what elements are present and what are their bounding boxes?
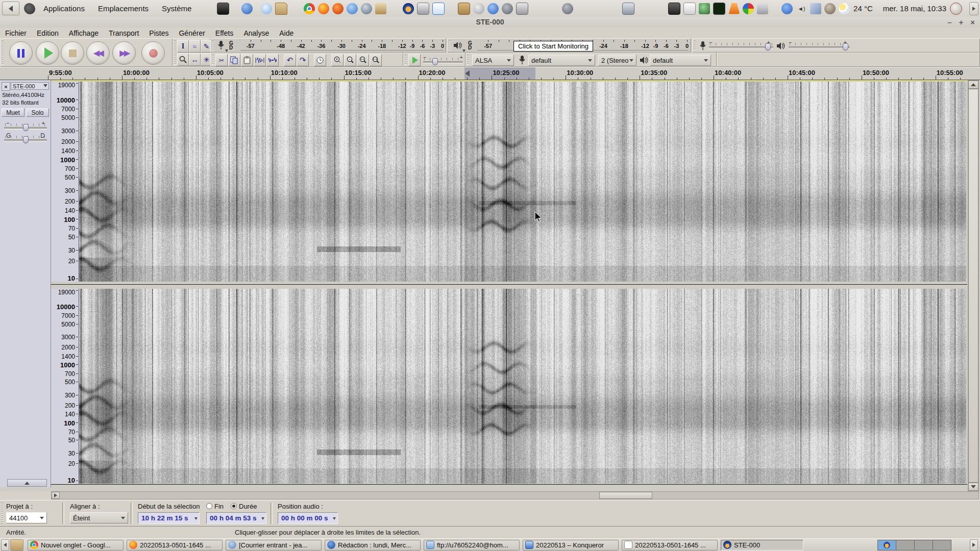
input-volume-slider[interactable]: − +	[709, 40, 773, 51]
accessibility-icon[interactable]	[781, 3, 793, 14]
pause-button[interactable]	[9, 41, 33, 65]
gain-slider[interactable]: − +	[4, 121, 47, 131]
undo-button[interactable]: ↶	[284, 54, 296, 66]
chromium-icon[interactable]	[347, 3, 358, 14]
menu-fichier[interactable]: Fichier	[0, 29, 32, 37]
frequency-ruler-left[interactable]: 1900010000700050003000200014001000700500…	[51, 82, 79, 282]
audio-position-field[interactable]: 00 h 00 m 00 s	[278, 512, 338, 524]
track-name-dropdown[interactable]: STE-000	[11, 82, 49, 90]
panel-menu-emplacements[interactable]: Emplacements	[91, 4, 155, 13]
output-volume-thumb[interactable]	[843, 43, 848, 51]
toolbar-grip[interactable]	[2, 40, 4, 65]
taskbar-window-audacity[interactable]: STE-000	[721, 540, 803, 550]
paste-button[interactable]	[241, 54, 253, 66]
toolbar-grip[interactable]	[467, 55, 469, 65]
writer-icon[interactable]	[417, 3, 429, 15]
tools-icon[interactable]	[757, 3, 768, 14]
monitor-icon[interactable]	[622, 3, 634, 15]
input-device-dropdown[interactable]: default	[528, 55, 595, 66]
timeshift-tool-button[interactable]: ↔	[189, 53, 201, 66]
workspace-2[interactable]	[896, 540, 915, 550]
sync-lock-button[interactable]	[314, 54, 326, 66]
taskbar-window-firefox[interactable]: 20220513-0501-1645 ...	[127, 540, 223, 550]
toolbar-grip[interactable]	[212, 55, 214, 65]
menu-générer[interactable]: Générer	[174, 29, 210, 37]
cut-button[interactable]: ✂	[215, 54, 228, 66]
trim-outside-selection-button[interactable]	[254, 54, 266, 66]
skip-to-start-button[interactable]: ◀◀	[86, 41, 110, 65]
monitor-tooltip[interactable]: Click to Start Monitoring	[513, 41, 593, 52]
taskbar-window-folder[interactable]: ftp://u76052240@hom...	[424, 540, 520, 550]
fit-project-button[interactable]	[370, 54, 382, 66]
selection-length-field[interactable]: 00 h 04 m 53 s	[206, 512, 266, 524]
track-close-button[interactable]: ×	[2, 82, 10, 91]
weather-icon[interactable]	[839, 3, 850, 14]
calculator-icon[interactable]	[516, 3, 528, 15]
envelope-tool-button[interactable]: ≈	[189, 40, 201, 53]
recording-meter[interactable]: GD -57-48-42-36-30-24-18-12-9-6-30 Click…	[210, 38, 446, 53]
spectrogram-channel-right[interactable]	[79, 289, 966, 484]
gain-thumb[interactable]	[23, 124, 29, 131]
selection-tool-button[interactable]: I	[177, 40, 189, 53]
horizontal-scroll-thumb[interactable]	[599, 492, 652, 499]
folder-icon[interactable]	[275, 3, 287, 15]
track-control-panel[interactable]: × STE-000 Stéréo,44100Hz 32 bits flottan…	[0, 80, 51, 487]
workspace-switcher[interactable]	[877, 540, 951, 550]
audacity-icon[interactable]	[403, 3, 414, 14]
menu-edition[interactable]: Edition	[32, 29, 64, 37]
horizontal-scrollbar[interactable]	[51, 491, 979, 499]
lodocument-icon[interactable]	[432, 3, 445, 15]
maximize-button[interactable]: +	[959, 18, 963, 27]
selection-end-radio[interactable]	[206, 503, 212, 509]
toolbar-grip[interactable]	[1, 503, 3, 524]
toolbar-grip[interactable]	[405, 55, 407, 65]
panel-menu-système[interactable]: Système	[155, 4, 198, 13]
taskbar-window-document[interactable]: 20220513-0501-1645 ...	[622, 540, 718, 550]
taskbar-window-konqueror[interactable]: 20220513 – Konqueror	[523, 540, 619, 550]
pan-slider[interactable]: G D	[4, 133, 47, 143]
menu-analyse[interactable]: Analyse	[238, 29, 274, 37]
clipboard-icon[interactable]	[458, 3, 470, 15]
foot-icon[interactable]	[24, 3, 35, 14]
menu-pistes[interactable]: Pistes	[144, 29, 174, 37]
taskbar-window-mail[interactable]: [Courrier entrant - jea...	[226, 540, 322, 550]
redo-button[interactable]: ↷	[297, 54, 309, 66]
kde-icon[interactable]	[261, 3, 272, 14]
copy-button[interactable]	[228, 54, 240, 66]
panel-menu-applications[interactable]: Applications	[37, 4, 91, 13]
stylus-icon[interactable]	[810, 3, 821, 14]
taskbar-left-arrow-button[interactable]	[1, 539, 9, 551]
audio-host-dropdown[interactable]: ALSA	[472, 55, 514, 66]
menu-aide[interactable]: Aide	[274, 29, 299, 37]
collapse-track-button[interactable]	[7, 479, 47, 487]
skip-to-end-button[interactable]: ▶▶	[112, 41, 136, 65]
stop-button[interactable]	[61, 41, 84, 65]
output-device-dropdown[interactable]: default	[650, 55, 711, 66]
snap-dropdown[interactable]: Éteint	[70, 512, 128, 523]
mute-button[interactable]: Muet	[2, 108, 24, 117]
scroll-right-button[interactable]	[52, 492, 60, 499]
spring-icon[interactable]	[375, 3, 386, 14]
vertical-scrollbar[interactable]	[968, 80, 979, 491]
menu-transport[interactable]: Transport	[104, 29, 144, 37]
player-icon[interactable]	[487, 3, 499, 14]
bird-icon[interactable]	[699, 3, 710, 14]
zoom-in-button[interactable]	[331, 54, 344, 66]
volume-icon[interactable]: ◄)	[796, 3, 807, 14]
magnifier-icon[interactable]	[473, 3, 484, 14]
earth-icon[interactable]	[361, 3, 372, 14]
gimp-icon[interactable]	[824, 3, 836, 14]
timeline-ruler[interactable]: 9:55:0010:00:0010:05:0010:10:0010:15:001…	[0, 67, 980, 80]
clapboard-icon[interactable]	[668, 3, 680, 15]
minimize-button[interactable]: –	[947, 18, 951, 27]
cinelerra2-icon[interactable]	[562, 3, 573, 14]
zoom-tool-button[interactable]	[177, 53, 189, 66]
output-volume-slider[interactable]: − +	[789, 40, 850, 51]
panel-hide-button[interactable]	[2, 2, 19, 15]
switch-icon[interactable]	[683, 3, 696, 15]
cinelerra-icon[interactable]	[502, 3, 513, 14]
frequency-ruler-right[interactable]: 1900010000700050003000200014001000700500…	[51, 289, 79, 484]
workspace-3[interactable]	[915, 540, 933, 550]
scroll-down-button[interactable]	[968, 483, 978, 491]
toolbar-grip[interactable]	[174, 40, 176, 65]
